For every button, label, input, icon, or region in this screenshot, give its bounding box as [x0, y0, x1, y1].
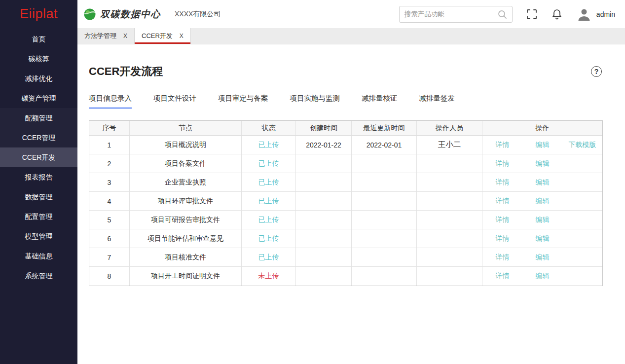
username-label: admin	[596, 10, 615, 18]
cell-operator	[417, 173, 482, 192]
tab-close-icon[interactable]: X	[123, 33, 127, 39]
sidebar-item[interactable]: 碳核算	[0, 49, 77, 69]
cell-status: 已上传	[242, 192, 296, 211]
brand-title: 双碳数据中心	[100, 8, 161, 21]
edit-link[interactable]: 编辑	[522, 159, 562, 168]
search-icon[interactable]	[497, 9, 507, 19]
cell-index: 4	[89, 192, 130, 211]
step-tab-label: 项目信息录入	[89, 94, 132, 102]
nodes-table: 序号 节点 状态 创建时间 最近更新时间 操作人员 操作	[89, 120, 603, 286]
sidebar-menu: 首页 碳核算 减排优化 碳资产管理 配额管理 CC	[0, 29, 77, 286]
cell-updated-time	[352, 267, 417, 286]
sidebar-item[interactable]: 基础信息	[0, 246, 77, 266]
step-tab-label: 项目实施与监测	[290, 94, 340, 102]
app-logo: Eiiplat	[0, 0, 77, 28]
detail-link[interactable]: 详情	[482, 178, 522, 187]
table-row: 4 项目环评审批文件 已上传 详情 编辑	[89, 192, 602, 211]
cell-status: 已上传	[242, 136, 296, 154]
cell-node: 企业营业执照	[130, 173, 242, 192]
step-tab[interactable]: 项目信息录入	[89, 94, 132, 109]
detail-link[interactable]: 详情	[482, 159, 522, 168]
cell-operator	[417, 211, 482, 229]
download-template-link[interactable]: 下载模版	[562, 141, 602, 149]
cell-status: 已上传	[242, 248, 296, 267]
detail-link[interactable]: 详情	[482, 234, 522, 243]
sidebar-item-label: 报表报告	[25, 173, 53, 181]
step-tab-label: 项目审定与备案	[218, 94, 268, 102]
edit-link[interactable]: 编辑	[522, 234, 562, 243]
table-header-cell: 操作	[482, 121, 602, 136]
table-header-row: 序号 节点 状态 创建时间 最近更新时间 操作人员 操作	[89, 121, 602, 136]
sidebar-item[interactable]: 减排优化	[0, 69, 77, 88]
tab-close-icon[interactable]: X	[180, 33, 184, 39]
cell-index: 1	[89, 136, 130, 154]
notification-bell-icon[interactable]	[551, 8, 563, 20]
edit-link[interactable]: 编辑	[522, 178, 562, 187]
avatar-icon[interactable]	[577, 7, 591, 22]
edit-link[interactable]: 编辑	[522, 197, 562, 206]
sidebar-item[interactable]: 数据管理	[0, 187, 77, 207]
sidebar-item[interactable]: 模型管理	[0, 226, 77, 246]
help-icon[interactable]: ?	[591, 66, 602, 77]
detail-link[interactable]: 详情	[482, 141, 522, 149]
fullscreen-icon[interactable]	[526, 9, 537, 20]
sidebar-item[interactable]: CCER管理	[0, 128, 77, 147]
detail-link[interactable]: 详情	[482, 216, 522, 224]
step-tab[interactable]: 项目审定与备案	[218, 94, 268, 109]
search-input[interactable]	[404, 10, 497, 18]
cell-status: 已上传	[242, 229, 296, 248]
company-name: XXXX有限公司	[175, 10, 221, 19]
step-tab[interactable]: 减排量签发	[419, 94, 455, 109]
detail-link[interactable]: 详情	[482, 197, 522, 206]
edit-link[interactable]: 编辑	[522, 141, 562, 149]
sidebar-item-label: 碳核算	[29, 55, 49, 63]
tab-label: CCER开发	[142, 32, 173, 40]
cell-operator	[417, 192, 482, 211]
sidebar-item[interactable]: 碳资产管理	[0, 88, 77, 108]
table-header-cell: 节点	[130, 121, 242, 136]
page-head: CCER开发流程 ?	[89, 64, 602, 79]
document-tab[interactable]: 方法学管理 X	[77, 28, 135, 44]
table-header-cell: 序号	[89, 121, 130, 136]
sidebar-item-label: 系统管理	[25, 272, 53, 280]
cell-node: 项目节能评估和审查意见	[130, 229, 242, 248]
sidebar-item-label: CCER管理	[22, 134, 56, 142]
table-row: 5 项目可研报告审批文件 已上传 详情 编辑	[89, 211, 602, 229]
table-row: 6 项目节能评估和审查意见 已上传 详情 编辑	[89, 229, 602, 248]
table-row: 3 企业营业执照 已上传 详情 编辑	[89, 173, 602, 192]
detail-link[interactable]: 详情	[482, 272, 522, 281]
edit-link[interactable]: 编辑	[522, 216, 562, 224]
sidebar-item[interactable]: CCER开发	[0, 147, 77, 167]
cell-created-time	[296, 248, 352, 267]
cell-status: 已上传	[242, 173, 296, 192]
sidebar: Eiiplat 首页 碳核算 减排优化 碳资产管理	[0, 0, 77, 364]
sidebar-item[interactable]: 配额管理	[0, 108, 77, 128]
edit-link[interactable]: 编辑	[522, 253, 562, 262]
cell-actions: 详情 编辑	[482, 192, 602, 211]
cell-updated-time: 2022-02-01	[352, 136, 417, 154]
search-box[interactable]	[399, 6, 513, 23]
cell-node: 项目开工时间证明文件	[130, 267, 242, 286]
sidebar-item[interactable]: 系统管理	[0, 266, 77, 286]
cell-index: 3	[89, 173, 130, 192]
cell-index: 5	[89, 211, 130, 229]
sidebar-item-label: 数据管理	[25, 193, 53, 201]
sidebar-item-label: 首页	[32, 35, 46, 43]
sidebar-item-label: 模型管理	[25, 232, 53, 240]
detail-link[interactable]: 详情	[482, 253, 522, 262]
sidebar-item[interactable]: 报表报告	[0, 167, 77, 187]
sidebar-item[interactable]: 配置管理	[0, 207, 77, 226]
user-menu[interactable]: admin	[577, 7, 615, 22]
cell-operator	[417, 154, 482, 173]
step-tab[interactable]: 减排量核证	[362, 94, 398, 109]
cell-actions: 详情 编辑	[482, 173, 602, 192]
cell-created-time	[296, 229, 352, 248]
cell-created-time	[296, 267, 352, 286]
cell-node: 项目可研报告审批文件	[130, 211, 242, 229]
step-tab[interactable]: 项目文件设计	[153, 94, 196, 109]
document-tab[interactable]: CCER开发 X	[135, 28, 191, 44]
sidebar-item-label: 配额管理	[25, 114, 53, 122]
step-tab[interactable]: 项目实施与监测	[290, 94, 340, 109]
sidebar-item[interactable]: 首页	[0, 29, 77, 49]
edit-link[interactable]: 编辑	[522, 272, 562, 281]
